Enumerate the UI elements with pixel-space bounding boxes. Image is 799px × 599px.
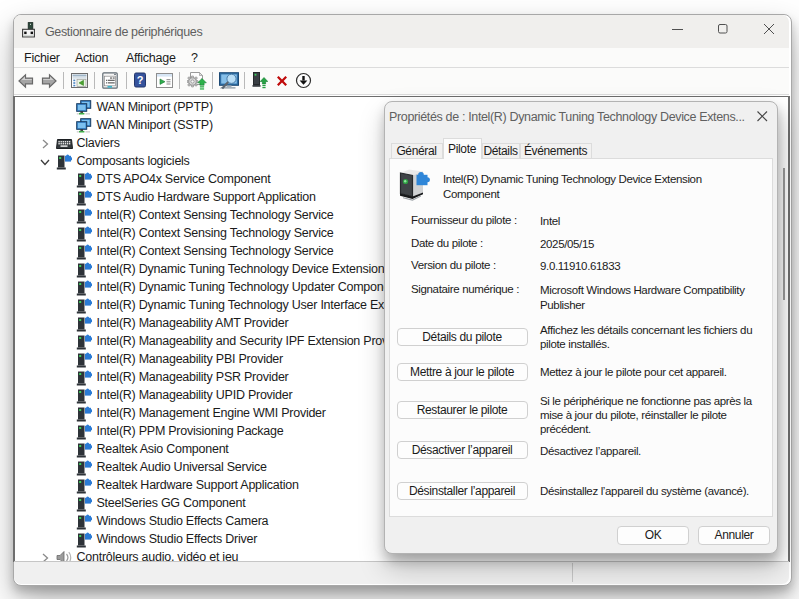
svg-text:?: ? — [137, 74, 144, 86]
